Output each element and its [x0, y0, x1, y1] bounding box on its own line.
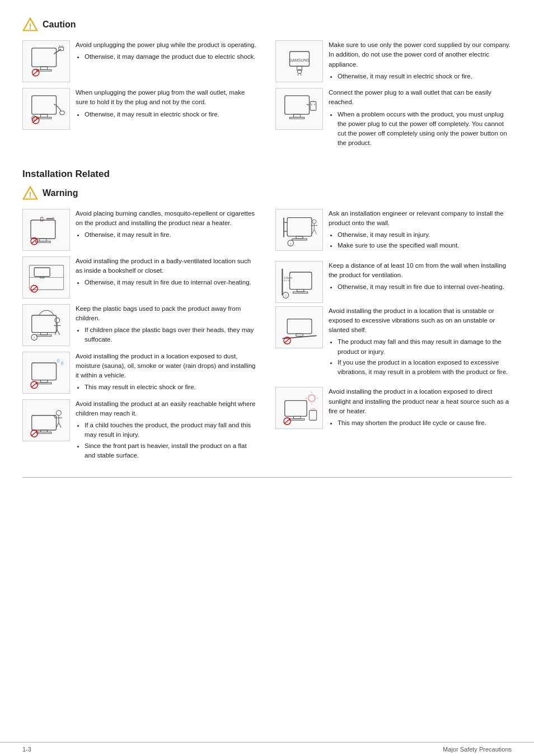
svg-rect-104	[284, 401, 306, 417]
install-icon-wall-install: i	[275, 209, 323, 251]
svg-point-14	[59, 111, 64, 115]
caution-icon-power-cord: SAMSUNG	[275, 40, 323, 82]
svg-point-65	[56, 410, 61, 416]
install-icon-ventilation	[22, 256, 70, 298]
install-icon-distance: 10cm i	[275, 261, 323, 303]
install-text-distance: Keep a distance of at least 10 cm from t…	[329, 261, 512, 297]
svg-line-83	[314, 229, 316, 234]
svg-rect-28	[310, 101, 316, 110]
svg-rect-26	[293, 114, 300, 117]
install-item-wall-install: i Ask an installation engineer or releva…	[275, 209, 512, 258]
install-text-ventilation: Avoid installing the product in a badly-…	[76, 256, 259, 298]
install-item-sunlight: Avoid installing the product in a locati…	[275, 387, 512, 435]
caution-title: Caution	[43, 20, 76, 30]
caution-header: ! Caution	[22, 17, 512, 32]
install-icon-candles	[22, 209, 70, 251]
svg-point-99	[308, 395, 315, 402]
install-text-vibrations: Avoid installing the product in a locati…	[329, 306, 512, 379]
svg-rect-33	[31, 220, 55, 239]
warning-header: ! Warning	[22, 185, 512, 201]
svg-point-79	[312, 220, 316, 223]
caution-item-unplug-operating: Avoid unplugging the power plug while th…	[22, 40, 259, 82]
caution-right: SAMSUNG Make sure to use only the power …	[275, 40, 512, 155]
installation-title: Installation Related	[22, 169, 512, 180]
install-text-children-height: Avoid installing the product at an easil…	[76, 399, 259, 462]
caution-icon-wall-outlet	[275, 88, 323, 130]
svg-rect-88	[293, 292, 307, 293]
install-item-candles: Avoid placing burning candles, mosquito-…	[22, 209, 259, 251]
svg-rect-107	[309, 410, 316, 421]
caution-icon-unplug-hold: 0	[22, 88, 70, 130]
svg-rect-86	[289, 272, 311, 290]
svg-rect-36	[40, 217, 43, 221]
caution-item-wall-outlet: Connect the power plug to a wall outlet …	[275, 88, 512, 150]
caution-item-unplug-hold: 0 When unplugging the power plug from th…	[22, 88, 259, 130]
svg-rect-27	[289, 117, 304, 119]
svg-rect-47	[31, 315, 56, 333]
svg-point-50	[54, 318, 59, 323]
install-item-children-height: Avoid installing the product at an easil…	[22, 399, 259, 462]
install-icon-bags: i	[22, 304, 70, 346]
svg-rect-94	[287, 319, 312, 333]
caution-content: Avoid unplugging the power plug while th…	[22, 40, 512, 155]
footer: 1-3 Major Safety Precautions	[0, 742, 534, 756]
warning-title: Warning	[43, 188, 78, 198]
svg-line-54	[57, 330, 59, 335]
svg-text:i: i	[34, 335, 35, 339]
svg-rect-64	[36, 432, 51, 433]
installation-content: Avoid placing burning candles, mosquito-…	[22, 209, 512, 468]
installation-left: Avoid placing burning candles, mosquito-…	[22, 209, 259, 468]
svg-text:10cm: 10cm	[284, 276, 292, 279]
svg-rect-59	[36, 382, 51, 384]
install-icon-sunlight	[275, 387, 323, 429]
svg-rect-73	[287, 217, 312, 236]
svg-rect-62	[31, 415, 56, 430]
svg-rect-12	[40, 114, 47, 117]
svg-line-109	[284, 419, 290, 424]
footer-section: Major Safety Precautions	[443, 746, 512, 753]
svg-text:i: i	[285, 293, 286, 297]
install-item-distance: 10cm i Keep a distance of at least 10 cm…	[275, 261, 512, 303]
svg-text:!: !	[29, 22, 32, 31]
caution-text-wall-outlet: Connect the power plug to a wall outlet …	[329, 88, 512, 150]
install-item-ventilation: Avoid installing the product in a badly-…	[22, 256, 259, 298]
svg-line-5	[54, 49, 61, 54]
svg-rect-75	[292, 239, 306, 240]
svg-rect-3	[40, 67, 47, 69]
svg-rect-25	[284, 96, 309, 114]
warning-icon: !	[22, 185, 38, 201]
svg-rect-11	[31, 96, 56, 114]
svg-rect-2	[31, 48, 56, 67]
svg-line-69	[58, 422, 60, 427]
caution-text-unplug-operating: Avoid unplugging the power plug while th…	[76, 40, 259, 82]
svg-text:i: i	[290, 241, 291, 245]
caution-item-power-cord: SAMSUNG Make sure to use only the power …	[275, 40, 512, 82]
installation-section: Installation Related ! Warning	[22, 169, 512, 468]
footer-page: 1-3	[22, 746, 31, 753]
svg-rect-49	[36, 335, 51, 337]
install-text-wall-install: Ask an installation engineer or relevant…	[329, 209, 512, 252]
install-text-bags: Keep the plastic bags used to pack the p…	[76, 304, 259, 346]
install-icon-vibrations	[275, 306, 323, 348]
svg-text:!: !	[29, 190, 32, 199]
install-icon-dust	[22, 352, 70, 394]
svg-rect-57	[31, 363, 56, 380]
svg-rect-106	[289, 419, 304, 421]
install-text-candles: Avoid placing burning candles, mosquito-…	[76, 209, 259, 251]
install-item-vibrations: Avoid installing the product in a locati…	[275, 306, 512, 384]
svg-line-46	[31, 286, 37, 291]
svg-line-10	[32, 70, 39, 75]
installation-right: i Ask an installation engineer or releva…	[275, 209, 512, 468]
caution-text-power-cord: Make sure to use only the power cord sup…	[329, 40, 512, 82]
caution-section: ! Caution	[22, 17, 512, 155]
install-text-sunlight: Avoid installing the product in a locati…	[329, 387, 512, 429]
caution-text-unplug-hold: When unplugging the power plug from the …	[76, 88, 259, 130]
caution-left: Avoid unplugging the power plug while th…	[22, 40, 259, 155]
svg-line-72	[31, 431, 37, 436]
caution-icon: !	[22, 17, 38, 32]
svg-line-61	[31, 382, 37, 388]
install-text-dust: Avoid installing the product in a locati…	[76, 352, 259, 394]
footer-divider	[22, 477, 512, 478]
install-icon-children-height	[22, 399, 70, 441]
caution-icon-unplug-operating	[22, 40, 70, 82]
